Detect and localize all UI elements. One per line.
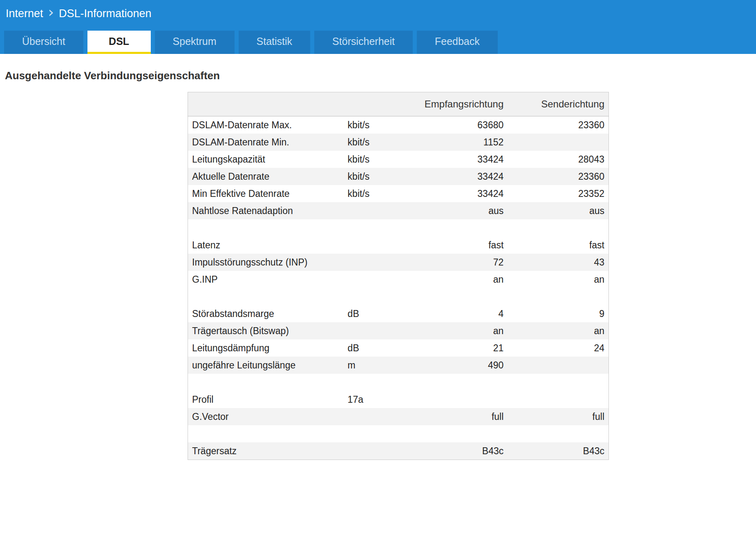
table-row: Trägertausch (Bitswap)anan [188,322,609,339]
cell-unit [344,442,390,460]
cell-unit: kbit/s [344,116,390,134]
tab-feedback[interactable]: Feedback [417,31,498,54]
cell-rx: 33424 [390,151,508,168]
cell-unit [344,202,390,219]
table-row: StörabstandsmargedB49 [188,305,609,322]
spacer-cell [188,374,609,391]
main-content: Ausgehandelte Verbindungseigenschaften E… [0,54,756,460]
cell-unit: kbit/s [344,134,390,151]
spacer-row [188,425,609,442]
cell-label: ungefähre Leitungslänge [188,357,344,374]
cell-rx: 33424 [390,185,508,202]
tab-statistik[interactable]: Statistik [239,31,311,54]
cell-label: Impulsstörungsschutz (INP) [188,254,344,271]
cell-rx: full [390,408,508,425]
cell-unit [344,254,390,271]
cell-unit [344,237,390,254]
cell-label: G.Vector [188,408,344,425]
table-row: Latenzfastfast [188,237,609,254]
connection-properties-table: Empfangsrichtung Senderichtung DSLAM-Dat… [188,92,609,460]
tab-dsl[interactable]: DSL [87,31,151,54]
cell-rx: 4 [390,305,508,322]
cell-label: Latenz [188,237,344,254]
spacer-cell [188,288,609,305]
table-row: LeitungsdämpfungdB2124 [188,339,609,357]
cell-tx: fast [508,237,608,254]
cell-tx: 23360 [508,168,608,185]
column-header-row: Empfangsrichtung Senderichtung [188,92,609,116]
cell-unit: m [344,357,390,374]
cell-unit: kbit/s [344,168,390,185]
cell-tx: 23360 [508,116,608,134]
cell-label: Leitungskapazität [188,151,344,168]
cell-unit [344,408,390,425]
cell-tx: an [508,322,608,339]
cell-rx: fast [390,237,508,254]
cell-unit: dB [344,339,390,357]
cell-label: G.INP [188,271,344,288]
cell-unit [344,322,390,339]
cell-tx: full [508,408,608,425]
table-row: DSLAM-Datenrate Max.kbit/s6368023360 [188,116,609,134]
table-row: Impulsstörungsschutz (INP)7243 [188,254,609,271]
breadcrumb-page: DSL-Informationen [59,7,152,20]
cell-unit: 17a [344,391,390,408]
cell-tx: B43c [508,442,608,460]
spacer-row [188,219,609,237]
cell-rx: 490 [390,357,508,374]
cell-label: Trägertausch (Bitswap) [188,322,344,339]
cell-rx: 72 [390,254,508,271]
cell-label: Profil [188,391,344,408]
cell-tx: 43 [508,254,608,271]
cell-rx: B43c [390,442,508,460]
table-row: TrägersatzB43cB43c [188,442,609,460]
spacer-cell [188,425,609,442]
cell-tx [508,357,608,374]
cell-unit: kbit/s [344,185,390,202]
cell-label: DSLAM-Datenrate Min. [188,134,344,151]
column-header-tx: Senderichtung [508,92,608,116]
cell-rx: 33424 [390,168,508,185]
column-header-unit [344,92,390,116]
breadcrumb-section: Internet [6,7,43,20]
cell-label: Aktuelle Datenrate [188,168,344,185]
cell-label: DSLAM-Datenrate Max. [188,116,344,134]
cell-tx: 24 [508,339,608,357]
spacer-row [188,288,609,305]
table-row: DSLAM-Datenrate Min.kbit/s1152 [188,134,609,151]
cell-tx: 28043 [508,151,608,168]
cell-rx: an [390,271,508,288]
cell-unit [344,271,390,288]
cell-label: Leitungsdämpfung [188,339,344,357]
table-row: ungefähre Leitungslängem490 [188,357,609,374]
table-row: G.INPanan [188,271,609,288]
breadcrumb-separator-icon: › [48,5,54,20]
breadcrumb: Internet › DSL-Informationen [0,0,756,27]
cell-tx: 9 [508,305,608,322]
cell-rx: 1152 [390,134,508,151]
cell-tx: an [508,271,608,288]
column-header-label [188,92,344,116]
cell-label: Min Effektive Datenrate [188,185,344,202]
table-row: Nahtlose Ratenadaptionausaus [188,202,609,219]
page-title: Ausgehandelte Verbindungseigenschaften [5,69,756,82]
header-bar: Internet › DSL-Informationen ÜbersichtDS… [0,0,756,54]
cell-rx: an [390,322,508,339]
cell-tx [508,391,608,408]
cell-unit: kbit/s [344,151,390,168]
column-header-rx: Empfangsrichtung [390,92,508,116]
table-row: Profil17a [188,391,609,408]
tab-stoersicherheit[interactable]: Störsicherheit [314,31,413,54]
table-row: Aktuelle Datenratekbit/s3342423360 [188,168,609,185]
tab-uebersicht[interactable]: Übersicht [4,31,83,54]
cell-tx: 23352 [508,185,608,202]
cell-label: Störabstandsmarge [188,305,344,322]
table-row: Leitungskapazitätkbit/s3342428043 [188,151,609,168]
cell-unit: dB [344,305,390,322]
connection-properties-table-wrap: Empfangsrichtung Senderichtung DSLAM-Dat… [188,92,609,460]
cell-tx: aus [508,202,608,219]
table-row: Min Effektive Datenratekbit/s3342423352 [188,185,609,202]
tab-spektrum[interactable]: Spektrum [155,31,235,54]
cell-rx [390,391,508,408]
spacer-cell [188,219,609,237]
